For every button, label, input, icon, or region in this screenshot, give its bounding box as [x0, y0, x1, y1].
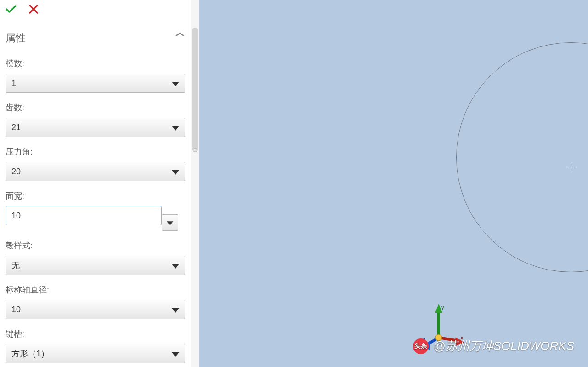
keyway-label: 键槽: [6, 328, 185, 339]
pressure-angle-label: 压力角: [6, 146, 185, 157]
reference-circle-large [456, 42, 588, 272]
section-header[interactable]: 属性 ⌃ [6, 18, 185, 49]
teeth-combo[interactable]: 21 [6, 118, 185, 137]
svg-text:y: y [441, 304, 444, 310]
properties-scroll-area: 属性 ⌃ 模数: 1 齿数: 21 压力角: 20 面宽: 毂样式: 无 标称轴… [0, 18, 191, 367]
pressure-angle-combo[interactable]: 20 [6, 162, 185, 181]
module-label: 模数: [6, 58, 185, 69]
chevron-up-icon[interactable]: ⌃ [171, 32, 188, 45]
origin-marker-icon [570, 165, 575, 170]
teeth-label: 齿数: [6, 102, 185, 113]
watermark-text: @苏州万坤SOLIDWORKS [433, 338, 574, 354]
face-width-label: 面宽: [6, 190, 185, 201]
nominal-shaft-diameter-label: 标称轴直径: [6, 284, 185, 295]
section-title: 属性 [6, 31, 26, 45]
scrollbar-thumb[interactable] [192, 28, 198, 152]
viewport-3d[interactable]: 模数: 1 y x z 头条 @苏州万坤SOLIDWORKS [199, 0, 588, 367]
ok-icon[interactable] [6, 4, 17, 15]
watermark: 头条 @苏州万坤SOLIDWORKS [413, 338, 574, 354]
watermark-badge: 头条 [413, 338, 429, 354]
keyway-combo[interactable]: 方形（1） [6, 344, 185, 363]
module-combo[interactable]: 1 [6, 74, 185, 93]
hub-style-label: 毂样式: [6, 240, 185, 251]
properties-panel: 属性 ⌃ 模数: 1 齿数: 21 压力角: 20 面宽: 毂样式: 无 标称轴… [0, 0, 191, 367]
close-icon[interactable] [28, 4, 39, 15]
nominal-shaft-diameter-combo[interactable]: 10 [6, 300, 185, 319]
face-width-spinner-icon[interactable] [162, 214, 178, 231]
face-width-input[interactable] [6, 206, 162, 225]
vertical-scrollbar[interactable] [191, 0, 199, 367]
panel-resize-handle[interactable] [193, 148, 197, 152]
panel-toolbar [0, 0, 191, 18]
hub-style-combo[interactable]: 无 [6, 256, 185, 275]
